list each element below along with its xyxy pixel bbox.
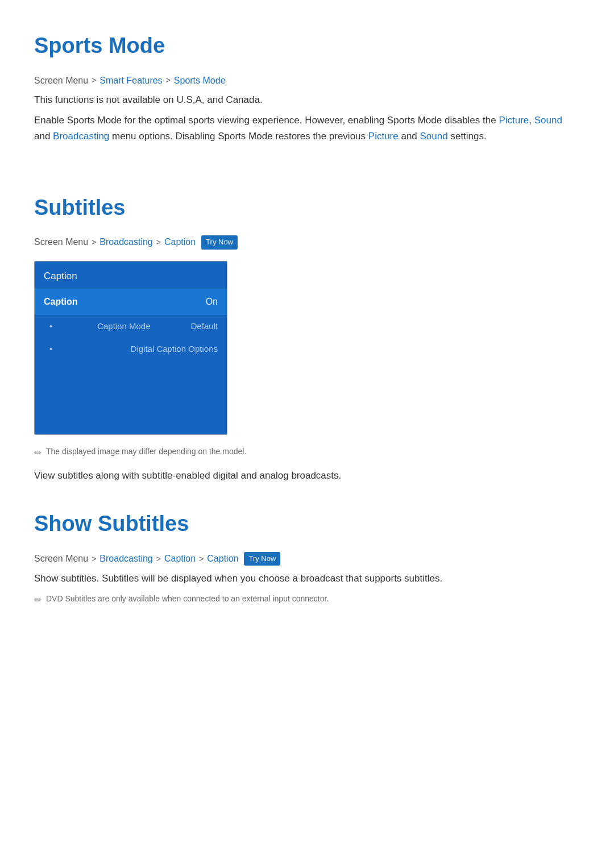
sports-link-sound1[interactable]: Sound (534, 115, 562, 126)
subtitles-breadcrumb: Screen Menu > Broadcasting > Caption Try… (34, 235, 580, 250)
breadcrumb-sports-mode[interactable]: Sports Mode (174, 73, 226, 88)
sports-mode-body: Enable Sports Mode for the optimal sport… (34, 113, 580, 144)
sports-link-picture1[interactable]: Picture (499, 115, 529, 126)
sports-mode-title: Sports Mode (34, 28, 580, 63)
sports-mode-breadcrumb: Screen Menu > Smart Features > Sports Mo… (34, 73, 580, 88)
subtitles-note-text: The displayed image may differ depending… (46, 445, 246, 458)
sports-link-broadcasting[interactable]: Broadcasting (53, 131, 109, 142)
breadcrumb-sep1: > (92, 74, 96, 86)
show-sub-sep2: > (156, 553, 161, 565)
subtitles-section: Subtitles Screen Menu > Broadcasting > C… (34, 190, 580, 484)
show-subtitles-breadcrumb: Screen Menu > Broadcasting > Caption > C… (34, 551, 580, 566)
show-sub-link-caption1[interactable]: Caption (164, 551, 196, 566)
subtitles-link-broadcasting[interactable]: Broadcasting (99, 235, 152, 250)
show-subtitles-note-text: DVD Subtitles are only available when co… (46, 592, 329, 605)
subtitles-title: Subtitles (34, 190, 580, 225)
sports-body-mid1: , (529, 115, 534, 126)
subtitles-link-caption[interactable]: Caption (164, 235, 196, 250)
sports-mode-note1: This functions is not available on U.S,A… (34, 92, 580, 108)
show-subtitles-body: Show subtitles. Subtitles will be displa… (34, 571, 580, 587)
subtitles-body: View subtitles along with subtitle-enabl… (34, 468, 580, 484)
caption-mode-label: Caption Mode (97, 319, 150, 333)
show-sub-link-broadcasting[interactable]: Broadcasting (99, 551, 152, 566)
caption-menu-empty-space (35, 360, 227, 434)
show-sub-link-caption2[interactable]: Caption (207, 551, 238, 566)
caption-menu: Caption Caption On Caption Mode Default … (34, 261, 227, 435)
sports-body-text1: Enable Sports Mode for the optimal sport… (34, 115, 499, 126)
subtitles-sep1: > (92, 236, 96, 248)
breadcrumb-smart-features[interactable]: Smart Features (99, 73, 162, 88)
subtitles-note: ✏ The displayed image may differ dependi… (34, 445, 580, 460)
pencil-icon: ✏ (34, 446, 42, 460)
sports-link-picture2[interactable]: Picture (368, 131, 399, 142)
breadcrumb-root: Screen Menu (34, 73, 88, 88)
show-subtitles-note: ✏ DVD Subtitles are only available when … (34, 592, 580, 608)
show-subtitles-section: Show Subtitles Screen Menu > Broadcastin… (34, 506, 580, 607)
caption-menu-row-mode[interactable]: Caption Mode Default (35, 315, 227, 338)
sports-body-mid2: and (34, 131, 53, 142)
sports-mode-section: Sports Mode Screen Menu > Smart Features… (34, 28, 580, 145)
sports-body-end: menu options. Disabling Sports Mode rest… (109, 131, 368, 142)
caption-row-value: On (206, 294, 218, 309)
subtitles-sep2: > (156, 236, 161, 248)
caption-menu-row-digital[interactable]: Digital Caption Options (35, 338, 227, 360)
show-subtitles-title: Show Subtitles (34, 506, 580, 541)
caption-mode-value: Default (190, 319, 218, 333)
show-sub-sep1: > (92, 553, 96, 565)
try-now-badge-show-subtitles[interactable]: Try Now (244, 552, 280, 566)
sports-body-mid3: and (399, 131, 420, 142)
sports-body-final: settings. (448, 131, 487, 142)
caption-menu-row-caption[interactable]: Caption On (35, 288, 227, 315)
caption-row-label: Caption (44, 294, 78, 309)
show-sub-breadcrumb-root: Screen Menu (34, 551, 88, 566)
caption-menu-header: Caption (35, 261, 227, 288)
show-sub-sep3: > (199, 553, 204, 565)
sports-link-sound2[interactable]: Sound (420, 131, 448, 142)
pencil-icon-2: ✏ (34, 593, 42, 608)
subtitles-breadcrumb-root: Screen Menu (34, 235, 88, 250)
divider1 (34, 168, 580, 185)
caption-digital-label: Digital Caption Options (131, 342, 218, 356)
breadcrumb-sep2: > (166, 74, 171, 86)
try-now-badge-subtitles[interactable]: Try Now (201, 235, 238, 250)
